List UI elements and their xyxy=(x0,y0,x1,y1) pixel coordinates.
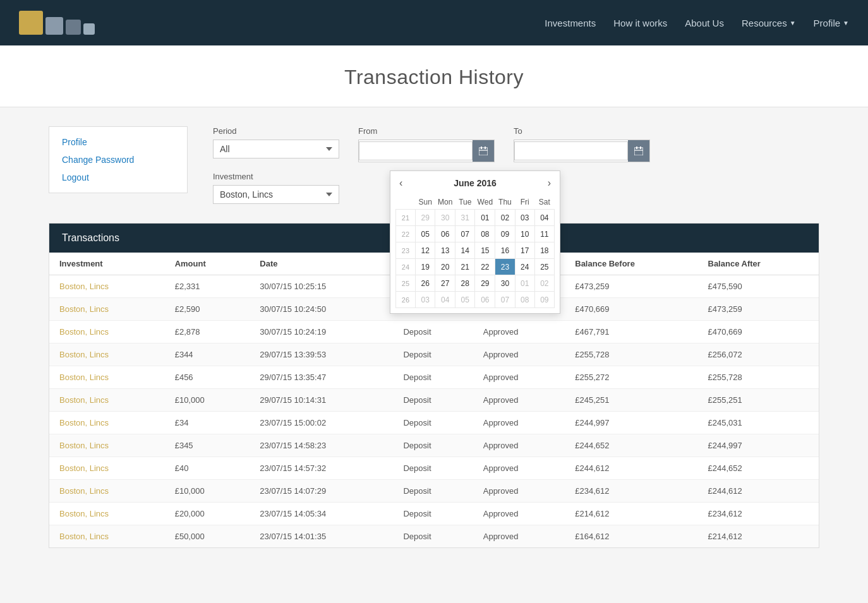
investment-link[interactable]: Boston, Lincs xyxy=(59,373,109,382)
investment-cell: Boston, Lincs xyxy=(49,275,165,298)
cal-day[interactable]: 16 xyxy=(495,242,515,259)
navbar-nav: Investments How it works About Us Resour… xyxy=(545,18,849,28)
cal-day[interactable]: 14 xyxy=(455,242,475,259)
cal-day[interactable]: 01 xyxy=(475,210,495,226)
sidebar-change-password-link[interactable]: Change Password xyxy=(62,155,174,165)
from-calendar-button[interactable] xyxy=(473,140,494,162)
cal-day[interactable]: 12 xyxy=(415,242,435,259)
cal-day[interactable]: 25 xyxy=(534,259,554,275)
logo-small-block xyxy=(83,23,95,35)
cal-day[interactable]: 05 xyxy=(415,226,435,242)
type-cell: Deposit xyxy=(393,503,473,525)
cal-day[interactable]: 01 xyxy=(515,275,534,292)
cal-day[interactable]: 04 xyxy=(435,292,455,308)
cal-day[interactable]: 21 xyxy=(455,259,475,275)
cal-day[interactable]: 04 xyxy=(534,210,554,226)
investment-link[interactable]: Boston, Lincs xyxy=(59,327,109,337)
cal-day[interactable]: 02 xyxy=(534,275,554,292)
cal-next-button[interactable]: › xyxy=(544,176,555,190)
investment-link[interactable]: Boston, Lincs xyxy=(59,350,109,359)
cal-day[interactable]: 02 xyxy=(495,210,515,226)
cal-tue-header: Tue xyxy=(455,195,475,210)
type-cell: Deposit xyxy=(393,321,473,343)
cal-day[interactable]: 10 xyxy=(515,226,534,242)
period-select[interactable]: All xyxy=(213,140,339,158)
cal-day[interactable]: 31 xyxy=(455,210,475,226)
table-row: Boston, Lincs£10,00029/07/15 10:14:31Dep… xyxy=(49,389,819,412)
investment-link[interactable]: Boston, Lincs xyxy=(59,304,109,314)
cal-day[interactable]: 05 xyxy=(455,292,475,308)
logo-gold-block xyxy=(19,11,43,35)
brand-logo xyxy=(19,11,95,35)
cal-day[interactable]: 08 xyxy=(475,226,495,242)
investment-link[interactable]: Boston, Lincs xyxy=(59,395,109,405)
investment-link[interactable]: Boston, Lincs xyxy=(59,418,109,427)
logo-gray1-block xyxy=(45,17,63,35)
period-filter-group: Period All Investment Boston, Lincs xyxy=(213,126,339,204)
investment-link[interactable]: Boston, Lincs xyxy=(59,441,109,450)
cal-day[interactable]: 24 xyxy=(515,259,534,275)
nav-about-us[interactable]: About Us xyxy=(685,18,724,28)
amount-cell: £345 xyxy=(165,434,250,457)
cal-day[interactable]: 29 xyxy=(475,275,495,292)
cal-day[interactable]: 30 xyxy=(495,275,515,292)
cal-day[interactable]: 08 xyxy=(515,292,534,308)
nav-how-it-works[interactable]: How it works xyxy=(613,18,667,28)
from-date-input[interactable] xyxy=(359,141,473,160)
cal-day[interactable]: 30 xyxy=(435,210,455,226)
resources-dropdown-arrow: ▼ xyxy=(790,20,796,27)
cal-day[interactable]: 15 xyxy=(475,242,495,259)
investment-link[interactable]: Boston, Lincs xyxy=(59,532,109,541)
cal-day[interactable]: 13 xyxy=(435,242,455,259)
cal-day[interactable]: 22 xyxy=(475,259,495,275)
to-date-input-wrap xyxy=(514,140,650,162)
bal-after-cell: £244,652 xyxy=(698,457,819,480)
bal-before-cell: £255,272 xyxy=(565,366,697,389)
cal-day[interactable]: 23 xyxy=(495,259,515,275)
to-filter-group: To xyxy=(514,126,650,162)
cal-day[interactable]: 20 xyxy=(435,259,455,275)
cal-day[interactable]: 28 xyxy=(455,275,475,292)
nav-investments[interactable]: Investments xyxy=(545,18,596,28)
amount-cell: £10,000 xyxy=(165,389,250,412)
cal-day[interactable]: 07 xyxy=(455,226,475,242)
cal-day[interactable]: 18 xyxy=(534,242,554,259)
cal-day[interactable]: 09 xyxy=(534,292,554,308)
svg-rect-6 xyxy=(640,146,641,149)
sidebar-logout-link[interactable]: Logout xyxy=(62,172,174,182)
investment-cell: Boston, Lincs xyxy=(49,457,165,480)
type-cell: Deposit xyxy=(393,457,473,480)
cal-day[interactable]: 09 xyxy=(495,226,515,242)
cal-day[interactable]: 11 xyxy=(534,226,554,242)
status-cell: Approved xyxy=(473,503,565,525)
investment-select[interactable]: Boston, Lincs xyxy=(213,185,339,204)
investment-link[interactable]: Boston, Lincs xyxy=(59,463,109,473)
bal-before-cell: £234,612 xyxy=(565,480,697,503)
status-cell: Approved xyxy=(473,480,565,503)
cal-day[interactable]: 06 xyxy=(435,226,455,242)
cal-day[interactable]: 07 xyxy=(495,292,515,308)
to-date-input[interactable] xyxy=(514,141,628,160)
cal-day[interactable]: 06 xyxy=(475,292,495,308)
cal-day[interactable]: 26 xyxy=(415,275,435,292)
cal-day[interactable]: 03 xyxy=(515,210,534,226)
sidebar-profile-link[interactable]: Profile xyxy=(62,137,174,147)
nav-resources[interactable]: Resources ▼ xyxy=(742,18,796,28)
bal-after-cell: £245,031 xyxy=(698,412,819,434)
investment-link[interactable]: Boston, Lincs xyxy=(59,282,109,291)
cal-prev-button[interactable]: ‹ xyxy=(395,176,406,190)
nav-profile[interactable]: Profile ▼ xyxy=(814,18,849,28)
investment-link[interactable]: Boston, Lincs xyxy=(59,486,109,496)
investment-link[interactable]: Boston, Lincs xyxy=(59,509,109,518)
type-cell: Deposit xyxy=(393,389,473,412)
table-row: Boston, Lincs£4023/07/15 14:57:32Deposit… xyxy=(49,457,819,480)
cal-day[interactable]: 29 xyxy=(415,210,435,226)
to-calendar-button[interactable] xyxy=(628,140,649,162)
investment-cell: Boston, Lincs xyxy=(49,480,165,503)
cal-day[interactable]: 19 xyxy=(415,259,435,275)
cal-day[interactable]: 17 xyxy=(515,242,534,259)
date-cell: 23/07/15 14:58:23 xyxy=(250,434,393,457)
cal-day[interactable]: 27 xyxy=(435,275,455,292)
date-cell: 23/07/15 14:57:32 xyxy=(250,457,393,480)
cal-day[interactable]: 03 xyxy=(415,292,435,308)
